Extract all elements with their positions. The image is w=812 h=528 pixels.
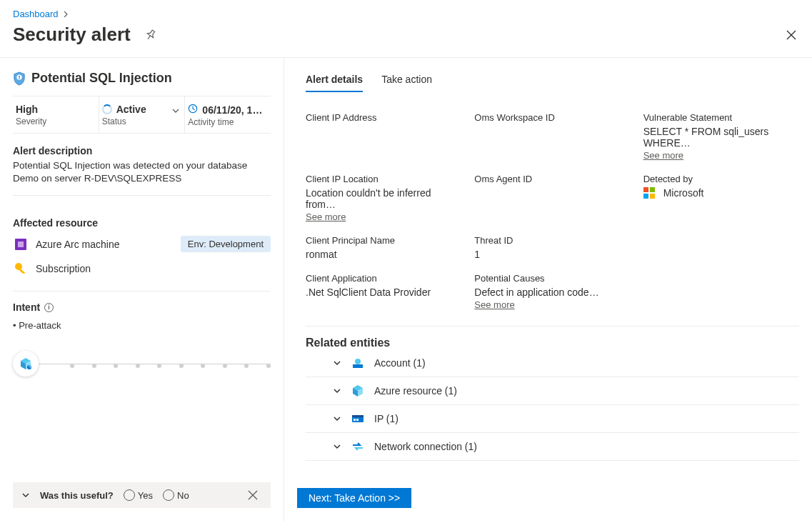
field-label: Client Principal Name (306, 235, 461, 246)
page-title: Security alert (13, 24, 131, 46)
field-label: Vulnerable Statement (643, 112, 799, 123)
chevron-down-icon (333, 387, 341, 395)
divider (306, 326, 799, 327)
entity-label: Azure resource (1) (374, 385, 457, 397)
close-button[interactable] (783, 27, 799, 43)
related-entities-heading: Related entities (306, 337, 799, 349)
pin-icon (145, 29, 156, 41)
resource-label: Subscription (36, 263, 91, 274)
feedback-no-label: No (177, 490, 189, 501)
divider (13, 291, 271, 292)
resource-row[interactable]: Azure Arc machine Env: Development (13, 231, 271, 256)
key-icon (13, 261, 29, 277)
ip-icon (351, 412, 364, 425)
severity-label: Severity (16, 116, 93, 126)
svg-rect-10 (353, 364, 363, 368)
meta-status[interactable]: Active Status (99, 96, 186, 133)
chevron-down-icon (333, 442, 341, 451)
svg-rect-14 (354, 419, 356, 421)
see-more-link[interactable]: See more (474, 299, 514, 310)
feedback-yes-label: Yes (138, 490, 153, 501)
svg-point-11 (355, 359, 361, 364)
field-label: Client Application (306, 273, 461, 284)
field-label: Client IP Address (306, 112, 461, 123)
field-label: Potential Causes (474, 273, 630, 284)
feedback-no[interactable]: No (163, 489, 189, 501)
field-label: Oms Agent ID (474, 174, 630, 184)
chevron-down-icon (333, 414, 341, 423)
field-value: Defect in application code… (474, 287, 630, 298)
field-label: Threat ID (474, 235, 630, 246)
intent-start-node (13, 351, 39, 377)
svg-rect-13 (352, 415, 364, 417)
field-value: SELECT * FROM sqli_users WHERE… (643, 126, 799, 149)
info-icon[interactable]: i (44, 303, 54, 312)
field-label: Client IP Location (306, 174, 461, 184)
chevron-down-icon (333, 359, 341, 367)
shield-icon (13, 71, 26, 86)
close-icon (786, 30, 796, 40)
microsoft-logo-icon (643, 187, 655, 199)
svg-rect-5 (18, 241, 24, 247)
breadcrumb-parent-link[interactable]: Dashboard (13, 9, 59, 19)
svg-rect-2 (19, 78, 19, 79)
pin-button[interactable] (142, 26, 159, 44)
see-more-link[interactable]: See more (643, 150, 683, 161)
chevron-down-icon (171, 106, 180, 115)
azure-arc-icon (13, 236, 29, 252)
network-icon (351, 440, 364, 453)
status-value: Active (116, 104, 146, 115)
chevron-down-icon[interactable] (21, 491, 30, 499)
clock-icon (188, 104, 198, 116)
severity-value: High (16, 104, 93, 115)
tabs: Alert details Take action (306, 71, 799, 92)
intent-value: Pre-attack (13, 320, 271, 331)
account-icon (351, 357, 364, 369)
field-label: Detected by (643, 174, 799, 184)
description-heading: Alert description (13, 145, 271, 156)
entity-row-network-connection[interactable]: Network connection (1) (306, 433, 799, 461)
feedback-yes[interactable]: Yes (124, 489, 153, 501)
tab-alert-details[interactable]: Alert details (306, 71, 363, 92)
field-value: Location couldn't be inferred from… (306, 187, 461, 210)
radio-icon (163, 489, 174, 501)
cube-icon (19, 357, 32, 370)
spinner-icon (102, 104, 112, 114)
feedback-label: Was this useful? (40, 490, 114, 501)
entity-row-azure-resource[interactable]: Azure resource (1) (306, 377, 799, 405)
radio-icon (124, 489, 135, 501)
tab-take-action[interactable]: Take action (381, 71, 432, 92)
cube-icon (351, 384, 364, 397)
field-value: ronmat (306, 249, 461, 260)
field-label: Oms Workspace ID (474, 112, 630, 123)
field-value: 1 (474, 249, 630, 260)
divider (13, 195, 271, 196)
entity-row-account[interactable]: Account (1) (306, 349, 799, 377)
status-label: Status (102, 116, 179, 126)
field-value: Microsoft (663, 187, 704, 199)
feedback-bar: Was this useful? Yes No (13, 482, 271, 508)
entity-label: Account (1) (374, 357, 426, 369)
svg-rect-1 (19, 75, 19, 77)
meta-severity: High Severity (13, 96, 99, 133)
chevron-right-icon (63, 11, 69, 17)
affected-heading: Affected resource (13, 217, 271, 229)
activity-label: Activity time (188, 117, 265, 127)
see-more-link[interactable]: See more (306, 211, 346, 222)
field-value: .Net SqlClient Data Provider (306, 287, 461, 298)
entity-label: Network connection (1) (374, 441, 477, 452)
breadcrumb: Dashboard (0, 0, 812, 19)
resource-row[interactable]: Subscription (13, 256, 271, 281)
entity-label: IP (1) (374, 413, 399, 424)
env-tag: Env: Development (181, 236, 271, 252)
meta-activity-time: 06/11/20, 1… Activity time (185, 96, 271, 133)
description-text: Potential SQL Injection was detected on … (13, 159, 271, 185)
intent-heading: Intent (13, 302, 40, 313)
activity-value: 06/11/20, 1… (202, 104, 262, 116)
entity-row-ip[interactable]: IP (1) (306, 405, 799, 433)
svg-rect-15 (356, 419, 359, 421)
close-icon (248, 490, 258, 500)
next-take-action-button[interactable]: Next: Take Action >> (297, 488, 411, 508)
intent-track (13, 351, 271, 377)
feedback-close-button[interactable] (244, 489, 262, 501)
